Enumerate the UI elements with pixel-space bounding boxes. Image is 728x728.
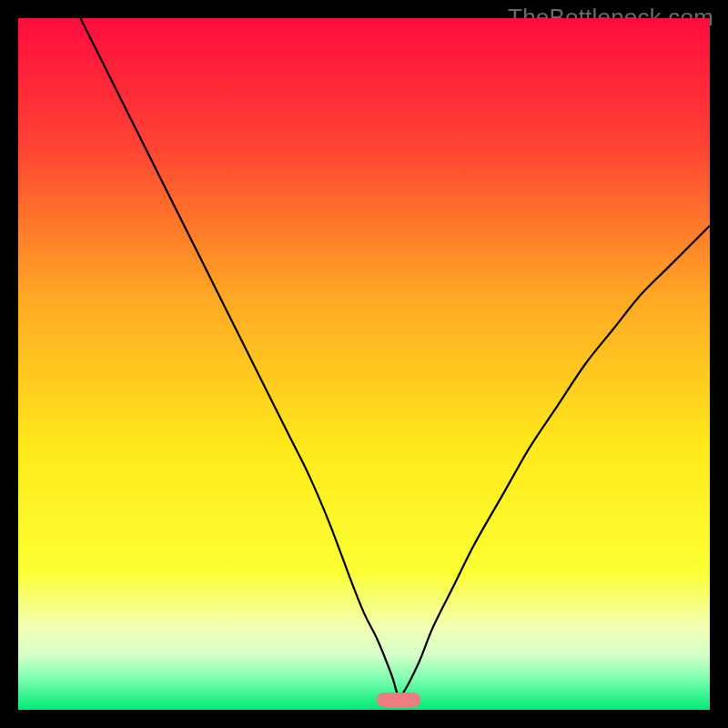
gradient-background: [18, 18, 710, 710]
plot-area: [18, 18, 710, 710]
minimum-marker: [377, 693, 420, 707]
chart-frame: TheBottleneck.com: [0, 0, 728, 728]
plot-svg: [18, 18, 710, 710]
